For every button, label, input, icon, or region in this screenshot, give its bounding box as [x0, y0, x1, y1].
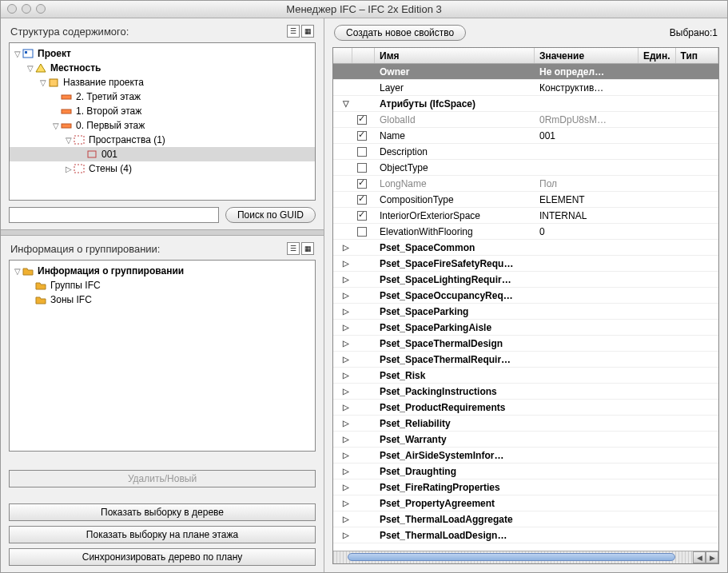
tree-story-1[interactable]: 1. Второй этаж	[10, 104, 315, 118]
col-type[interactable]: Тип	[676, 48, 718, 63]
chevron-right-icon[interactable]: ▷	[338, 483, 349, 491]
checkbox[interactable]	[357, 163, 367, 173]
grid-row[interactable]: GlobalId0RmDpU8sM…	[333, 112, 718, 128]
grid-row[interactable]: ▷Pset_SpaceThermalDesign	[333, 336, 718, 352]
chevron-right-icon[interactable]: ▷	[338, 339, 349, 348]
grid-row[interactable]: CompositionTypeELEMENT	[333, 192, 718, 208]
checkbox[interactable]	[357, 211, 367, 221]
zoom-icon[interactable]	[36, 4, 46, 14]
tree-walls[interactable]: ▷ Стены (4)	[10, 161, 315, 176]
grid-row[interactable]: ▷Pset_Warranty	[333, 432, 718, 448]
tree-view-icon[interactable]: ☰	[287, 25, 300, 38]
chevron-down-icon[interactable]: ▽	[13, 50, 22, 58]
chevron-down-icon[interactable]: ▽	[13, 267, 22, 276]
grouping-root[interactable]: ▽ Информация о группировании	[10, 264, 315, 278]
chevron-right-icon[interactable]: ▷	[338, 307, 349, 316]
col-unit[interactable]: Един.	[638, 48, 676, 63]
chevron-right-icon[interactable]: ▷	[338, 467, 349, 476]
chevron-right-icon[interactable]: ▷	[64, 165, 74, 173]
splitter[interactable]	[1, 229, 324, 236]
tree-space-001[interactable]: 001	[10, 147, 315, 161]
chevron-right-icon[interactable]: ▷	[338, 403, 349, 412]
grid-row[interactable]: ElevationWithFlooring0	[333, 224, 718, 240]
grouping-tree[interactable]: ▽ Информация о группировании Группы IFC …	[9, 260, 316, 452]
col-value[interactable]: Значение	[535, 48, 638, 63]
chevron-right-icon[interactable]: ▷	[338, 435, 349, 444]
grouping-ifc-groups[interactable]: Группы IFC	[10, 278, 315, 292]
grid-row[interactable]: ▷Pset_SpaceFireSafetyRequ…	[333, 256, 718, 272]
chevron-right-icon[interactable]: ▷	[338, 371, 349, 380]
chevron-down-icon[interactable]: ▽	[26, 64, 35, 73]
checkbox[interactable]	[357, 115, 367, 125]
list-view-icon[interactable]: ▦	[301, 25, 314, 38]
grid-row[interactable]: ▽Атрибуты (IfcSpace)	[333, 96, 718, 112]
grid-row[interactable]: OwnerНе определ…	[333, 64, 718, 80]
minimize-icon[interactable]	[22, 4, 31, 14]
tree-spaces[interactable]: ▽ Пространства (1)	[10, 133, 315, 147]
grid-row[interactable]: ▷Pset_PropertyAgreement	[333, 495, 718, 511]
checkbox[interactable]	[357, 195, 367, 205]
grid-row[interactable]: ▷Pset_ProductRequirements	[333, 400, 718, 416]
scroll-right-icon[interactable]: ▶	[706, 551, 718, 563]
checkbox[interactable]	[357, 131, 367, 141]
tree-story-0[interactable]: ▽ 0. Первый этаж	[10, 118, 315, 133]
grid-row[interactable]: ▷Pset_PackingInstructions	[333, 384, 718, 400]
chevron-right-icon[interactable]: ▷	[338, 243, 349, 252]
grid-row[interactable]: ObjectType	[333, 160, 718, 176]
show-in-tree-button[interactable]: Показать выборку в дереве	[9, 503, 316, 521]
grid-row[interactable]: ▷Pset_FireRatingProperties	[333, 479, 718, 495]
show-on-plan-button[interactable]: Показать выборку на плане этажа	[9, 526, 316, 543]
chevron-right-icon[interactable]: ▷	[338, 531, 349, 539]
grid-row[interactable]: InteriorOrExteriorSpaceINTERNAL	[333, 208, 718, 224]
checkbox[interactable]	[357, 227, 367, 237]
chevron-right-icon[interactable]: ▷	[338, 387, 349, 396]
scroll-left-icon[interactable]: ◀	[693, 551, 706, 563]
chevron-down-icon[interactable]: ▽	[338, 99, 349, 108]
guid-input[interactable]	[9, 207, 219, 223]
sync-tree-button[interactable]: Синхронизировать дерево по плану	[9, 548, 316, 566]
delete-new-button[interactable]: Удалить/Новый	[9, 470, 316, 487]
chevron-right-icon[interactable]: ▷	[338, 291, 349, 300]
h-scrollbar[interactable]: ◀ ▶	[333, 551, 718, 563]
close-icon[interactable]	[7, 4, 17, 14]
structure-tree[interactable]: ▽ Проект ▽ Местность ▽ Название проекта	[9, 42, 316, 201]
grid-body[interactable]: OwnerНе определ…LayerКонструктив…▽Атрибу…	[333, 64, 718, 551]
grid-row[interactable]: ▷Pset_SpaceCommon	[333, 240, 718, 256]
guid-search-button[interactable]: Поиск по GUID	[225, 207, 316, 223]
grouping-ifc-zones[interactable]: Зоны IFC	[10, 292, 315, 307]
chevron-down-icon[interactable]: ▽	[51, 121, 61, 130]
grid-row[interactable]: ▷Pset_SpaceOccupancyReq…	[333, 288, 718, 304]
tree-story-2[interactable]: 2. Третий этаж	[10, 90, 315, 104]
tree-project[interactable]: ▽ Проект	[10, 46, 315, 61]
grid-row[interactable]: Name001	[333, 128, 718, 144]
chevron-right-icon[interactable]: ▷	[338, 259, 349, 268]
grid-row[interactable]: Description	[333, 144, 718, 160]
chevron-right-icon[interactable]: ▷	[338, 451, 349, 460]
chevron-right-icon[interactable]: ▷	[338, 515, 349, 523]
checkbox[interactable]	[357, 179, 367, 189]
tree-view-icon[interactable]: ☰	[287, 242, 300, 255]
grid-row[interactable]: ▷Pset_SpaceParking	[333, 304, 718, 320]
chevron-right-icon[interactable]: ▷	[338, 275, 349, 284]
grid-row[interactable]: ▷Pset_SpaceThermalRequir…	[333, 352, 718, 368]
chevron-right-icon[interactable]: ▷	[338, 419, 349, 428]
chevron-down-icon[interactable]: ▽	[38, 78, 48, 87]
chevron-down-icon[interactable]: ▽	[64, 136, 74, 145]
tree-site[interactable]: ▽ Местность	[10, 61, 315, 75]
grid-row[interactable]: LongNameПол	[333, 176, 718, 192]
chevron-right-icon[interactable]: ▷	[338, 323, 349, 332]
create-property-button[interactable]: Создать новое свойство	[334, 25, 466, 41]
col-name[interactable]: Имя	[375, 48, 535, 63]
list-view-icon[interactable]: ▦	[301, 242, 314, 255]
grid-row[interactable]: ▷Pset_Risk	[333, 368, 718, 384]
scrollbar-thumb[interactable]	[348, 553, 675, 561]
grid-row[interactable]: ▷Pset_SpaceParkingAisle	[333, 320, 718, 336]
chevron-right-icon[interactable]: ▷	[338, 499, 349, 507]
grid-row[interactable]: ▷Pset_SpaceLightingRequir…	[333, 272, 718, 288]
grid-row[interactable]: ▷Pset_ThermalLoadDesign…	[333, 527, 718, 543]
grid-row[interactable]: ▷Pset_AirSideSystemInfor…	[333, 448, 718, 464]
grid-row[interactable]: ▷Pset_Draughting	[333, 464, 718, 479]
grid-row[interactable]: ▷Pset_ThermalLoadAggregate	[333, 511, 718, 527]
chevron-right-icon[interactable]: ▷	[338, 355, 349, 364]
grid-row[interactable]: ▷Pset_Reliability	[333, 416, 718, 432]
